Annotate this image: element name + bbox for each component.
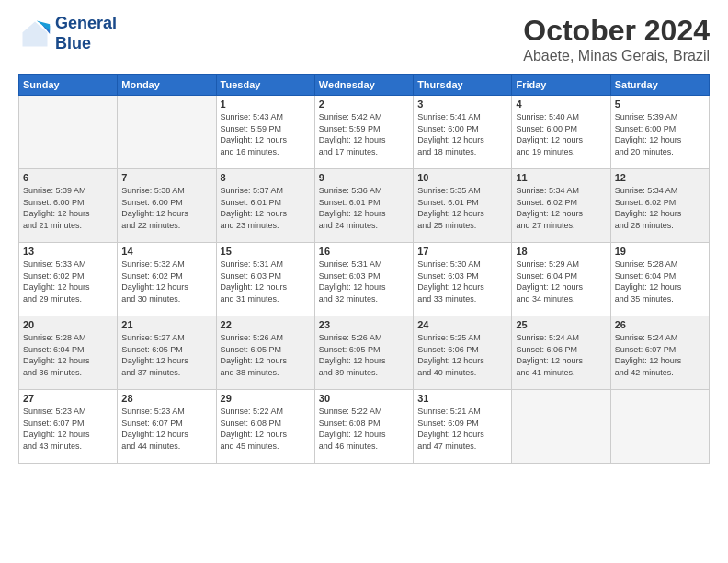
- day-number: 19: [615, 246, 705, 257]
- day-header-monday: Monday: [118, 75, 216, 96]
- calendar-week-row: 20Sunrise: 5:28 AMSunset: 6:04 PMDayligh…: [19, 316, 710, 390]
- day-detail: Sunrise: 5:34 AMSunset: 6:02 PMDaylight:…: [516, 185, 606, 231]
- calendar-cell: 21Sunrise: 5:27 AMSunset: 6:05 PMDayligh…: [118, 316, 216, 390]
- calendar-cell: 11Sunrise: 5:34 AMSunset: 6:02 PMDayligh…: [512, 169, 610, 243]
- day-number: 28: [121, 393, 211, 404]
- day-detail: Sunrise: 5:39 AMSunset: 6:00 PMDaylight:…: [23, 185, 113, 231]
- calendar-cell: 6Sunrise: 5:39 AMSunset: 6:00 PMDaylight…: [19, 169, 118, 243]
- calendar-cell: 15Sunrise: 5:31 AMSunset: 6:03 PMDayligh…: [216, 243, 314, 316]
- day-number: 15: [221, 246, 311, 257]
- calendar-cell: 20Sunrise: 5:28 AMSunset: 6:04 PMDayligh…: [19, 316, 118, 390]
- calendar-cell: 19Sunrise: 5:28 AMSunset: 6:04 PMDayligh…: [610, 243, 709, 316]
- day-number: 16: [319, 246, 409, 257]
- day-number: 9: [319, 172, 409, 183]
- calendar-cell: 23Sunrise: 5:26 AMSunset: 6:05 PMDayligh…: [314, 316, 413, 390]
- day-header-wednesday: Wednesday: [314, 75, 413, 96]
- day-number: 31: [417, 393, 507, 404]
- day-number: 20: [23, 319, 113, 330]
- day-number: 12: [615, 172, 705, 183]
- page: General Blue October 2024 Abaete, Minas …: [0, 0, 728, 563]
- calendar-cell: [512, 390, 610, 464]
- calendar-cell: 10Sunrise: 5:35 AMSunset: 6:01 PMDayligh…: [414, 169, 512, 243]
- day-detail: Sunrise: 5:24 AMSunset: 6:07 PMDaylight:…: [615, 332, 705, 378]
- day-number: 4: [516, 98, 606, 109]
- logo: General Blue: [18, 14, 117, 53]
- day-detail: Sunrise: 5:31 AMSunset: 6:03 PMDaylight:…: [221, 259, 311, 304]
- day-detail: Sunrise: 5:43 AMSunset: 5:59 PMDaylight:…: [221, 111, 311, 157]
- day-detail: Sunrise: 5:22 AMSunset: 6:08 PMDaylight:…: [221, 406, 311, 452]
- calendar-cell: 22Sunrise: 5:26 AMSunset: 6:05 PMDayligh…: [216, 316, 314, 390]
- day-detail: Sunrise: 5:26 AMSunset: 6:05 PMDaylight:…: [319, 332, 409, 378]
- day-number: 11: [516, 172, 606, 183]
- calendar-cell: 4Sunrise: 5:40 AMSunset: 6:00 PMDaylight…: [512, 96, 610, 169]
- calendar-cell: 2Sunrise: 5:42 AMSunset: 5:59 PMDaylight…: [314, 96, 413, 169]
- day-detail: Sunrise: 5:35 AMSunset: 6:01 PMDaylight:…: [417, 185, 507, 231]
- day-detail: Sunrise: 5:33 AMSunset: 6:02 PMDaylight:…: [23, 259, 113, 304]
- day-detail: Sunrise: 5:38 AMSunset: 6:00 PMDaylight:…: [121, 185, 211, 231]
- calendar-cell: [610, 390, 709, 464]
- day-header-tuesday: Tuesday: [216, 75, 314, 96]
- day-number: 6: [23, 172, 113, 183]
- calendar-header-row: SundayMondayTuesdayWednesdayThursdayFrid…: [19, 75, 710, 96]
- day-detail: Sunrise: 5:23 AMSunset: 6:07 PMDaylight:…: [23, 406, 113, 452]
- day-detail: Sunrise: 5:26 AMSunset: 6:05 PMDaylight:…: [221, 332, 311, 378]
- day-detail: Sunrise: 5:31 AMSunset: 6:03 PMDaylight:…: [319, 259, 409, 304]
- calendar-cell: 31Sunrise: 5:21 AMSunset: 6:09 PMDayligh…: [414, 390, 512, 464]
- day-detail: Sunrise: 5:32 AMSunset: 6:02 PMDaylight:…: [121, 259, 211, 304]
- calendar-cell: 8Sunrise: 5:37 AMSunset: 6:01 PMDaylight…: [216, 169, 314, 243]
- day-detail: Sunrise: 5:21 AMSunset: 6:09 PMDaylight:…: [417, 406, 507, 452]
- calendar-cell: 7Sunrise: 5:38 AMSunset: 6:00 PMDaylight…: [118, 169, 216, 243]
- day-number: 1: [221, 98, 311, 109]
- calendar-cell: 9Sunrise: 5:36 AMSunset: 6:01 PMDaylight…: [314, 169, 413, 243]
- day-header-saturday: Saturday: [610, 75, 709, 96]
- calendar-week-row: 6Sunrise: 5:39 AMSunset: 6:00 PMDaylight…: [19, 169, 710, 243]
- day-number: 22: [221, 319, 311, 330]
- day-detail: Sunrise: 5:34 AMSunset: 6:02 PMDaylight:…: [615, 185, 705, 231]
- day-number: 30: [319, 393, 409, 404]
- calendar-cell: 16Sunrise: 5:31 AMSunset: 6:03 PMDayligh…: [314, 243, 413, 316]
- calendar-cell: [118, 96, 216, 169]
- month-title: October 2024: [523, 14, 710, 48]
- location-title: Abaete, Minas Gerais, Brazil: [523, 48, 710, 64]
- calendar-cell: 27Sunrise: 5:23 AMSunset: 6:07 PMDayligh…: [19, 390, 118, 464]
- calendar-week-row: 13Sunrise: 5:33 AMSunset: 6:02 PMDayligh…: [19, 243, 710, 316]
- calendar-cell: 14Sunrise: 5:32 AMSunset: 6:02 PMDayligh…: [118, 243, 216, 316]
- day-number: 14: [121, 246, 211, 257]
- day-number: 8: [221, 172, 311, 183]
- calendar-cell: [19, 96, 118, 169]
- title-block: October 2024 Abaete, Minas Gerais, Brazi…: [523, 14, 710, 64]
- calendar-cell: 17Sunrise: 5:30 AMSunset: 6:03 PMDayligh…: [414, 243, 512, 316]
- calendar-cell: 12Sunrise: 5:34 AMSunset: 6:02 PMDayligh…: [610, 169, 709, 243]
- day-number: 3: [417, 98, 507, 109]
- day-detail: Sunrise: 5:27 AMSunset: 6:05 PMDaylight:…: [121, 332, 211, 378]
- day-detail: Sunrise: 5:23 AMSunset: 6:07 PMDaylight:…: [121, 406, 211, 452]
- day-detail: Sunrise: 5:28 AMSunset: 6:04 PMDaylight:…: [23, 332, 113, 378]
- day-detail: Sunrise: 5:42 AMSunset: 5:59 PMDaylight:…: [319, 111, 409, 157]
- calendar-table: SundayMondayTuesdayWednesdayThursdayFrid…: [18, 74, 710, 464]
- calendar-week-row: 27Sunrise: 5:23 AMSunset: 6:07 PMDayligh…: [19, 390, 710, 464]
- day-number: 21: [121, 319, 211, 330]
- day-detail: Sunrise: 5:37 AMSunset: 6:01 PMDaylight:…: [221, 185, 311, 231]
- calendar-cell: 25Sunrise: 5:24 AMSunset: 6:06 PMDayligh…: [512, 316, 610, 390]
- day-number: 2: [319, 98, 409, 109]
- day-detail: Sunrise: 5:29 AMSunset: 6:04 PMDaylight:…: [516, 259, 606, 304]
- day-number: 13: [23, 246, 113, 257]
- day-detail: Sunrise: 5:39 AMSunset: 6:00 PMDaylight:…: [615, 111, 705, 157]
- day-header-friday: Friday: [512, 75, 610, 96]
- calendar-cell: 13Sunrise: 5:33 AMSunset: 6:02 PMDayligh…: [19, 243, 118, 316]
- day-detail: Sunrise: 5:24 AMSunset: 6:06 PMDaylight:…: [516, 332, 606, 378]
- day-number: 5: [615, 98, 705, 109]
- day-detail: Sunrise: 5:22 AMSunset: 6:08 PMDaylight:…: [319, 406, 409, 452]
- day-number: 10: [417, 172, 507, 183]
- calendar-cell: 29Sunrise: 5:22 AMSunset: 6:08 PMDayligh…: [216, 390, 314, 464]
- calendar-cell: 24Sunrise: 5:25 AMSunset: 6:06 PMDayligh…: [414, 316, 512, 390]
- day-number: 25: [516, 319, 606, 330]
- day-detail: Sunrise: 5:30 AMSunset: 6:03 PMDaylight:…: [417, 259, 507, 304]
- day-detail: Sunrise: 5:28 AMSunset: 6:04 PMDaylight:…: [615, 259, 705, 304]
- header: General Blue October 2024 Abaete, Minas …: [18, 14, 710, 64]
- day-number: 23: [319, 319, 409, 330]
- day-number: 18: [516, 246, 606, 257]
- logo-text: General Blue: [55, 14, 117, 53]
- logo-icon: [18, 17, 51, 51]
- day-detail: Sunrise: 5:41 AMSunset: 6:00 PMDaylight:…: [417, 111, 507, 157]
